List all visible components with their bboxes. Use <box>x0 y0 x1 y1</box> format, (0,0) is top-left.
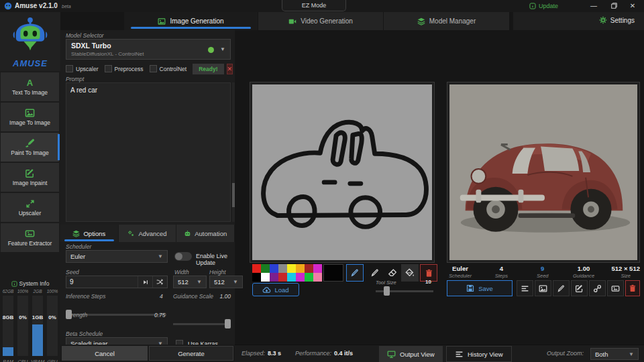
seed-shuffle-icon-button[interactable] <box>152 276 167 288</box>
tab-automation[interactable]: Automation <box>176 225 235 242</box>
sidebar-item-feature-extractor[interactable]: Feature Extractor <box>1 223 59 252</box>
output-details-button[interactable] <box>517 280 533 296</box>
palette-color-swatch[interactable] <box>305 273 313 282</box>
palette-color-swatch[interactable] <box>252 273 261 282</box>
options-tab-bar: Options Advanced Automation <box>60 225 235 242</box>
close-button[interactable]: ✕ <box>624 0 641 11</box>
tab-options[interactable]: Options <box>60 225 119 242</box>
live-update-label: Enable Live Update <box>196 253 235 266</box>
preprocess-checkbox[interactable] <box>105 65 112 72</box>
update-button[interactable]: Update <box>529 1 558 11</box>
palette-color-swatch[interactable] <box>278 273 287 282</box>
pen-tool-button[interactable] <box>346 264 364 282</box>
cloud-upload-icon <box>262 286 271 294</box>
prompt-input[interactable]: A red car <box>66 82 231 222</box>
paint-to-image-icon <box>25 138 35 148</box>
tab-advanced[interactable]: Advanced <box>119 225 177 242</box>
image-generation-icon <box>158 17 166 25</box>
history-list-icon <box>455 350 464 359</box>
unload-model-button[interactable]: ✕ <box>227 64 233 74</box>
tool-size-slider[interactable] <box>376 286 433 296</box>
palette-color-swatch[interactable] <box>278 264 287 273</box>
load-image-button[interactable]: Load <box>252 283 299 296</box>
tab-video-generation[interactable]: Video Generation <box>258 12 384 30</box>
cancel-button[interactable]: Cancel <box>62 346 148 361</box>
edit-icon <box>575 284 584 293</box>
generated-image[interactable] <box>449 84 637 260</box>
red-beetle-car-image <box>449 84 637 260</box>
fill-tool-button[interactable] <box>401 264 419 282</box>
settings-button[interactable]: Settings <box>599 16 635 24</box>
tab-image-generation[interactable]: Image Generation <box>124 12 258 30</box>
strength-label: Strength <box>66 312 87 318</box>
upscaler-checkbox[interactable] <box>66 65 73 72</box>
sidebar-item-upscaler[interactable]: Upscaler <box>1 193 59 222</box>
width-dropdown[interactable]: 512▼ <box>173 276 207 288</box>
slider-thumb[interactable] <box>225 319 231 328</box>
current-color-swatch[interactable] <box>323 264 343 282</box>
height-dropdown[interactable]: 512▼ <box>209 276 243 288</box>
palette-color-swatch[interactable] <box>287 273 296 282</box>
sidebar-item-text-to-image[interactable]: A Text To Image <box>1 72 59 101</box>
tab-model-manager[interactable]: Model Manager <box>384 12 510 30</box>
system-info-icon <box>11 281 17 287</box>
car-sketch-drawing <box>252 84 432 260</box>
ready-button[interactable]: Ready! <box>193 64 223 74</box>
seed-input[interactable] <box>66 278 138 286</box>
save-button[interactable]: Save <box>447 280 513 296</box>
sidebar-item-paint-to-image[interactable]: Paint To Image <box>1 133 59 162</box>
palette-color-swatch[interactable] <box>313 273 322 282</box>
minimize-button[interactable]: — <box>585 0 602 11</box>
output-view-button[interactable]: Output View <box>379 346 443 362</box>
controlnet-checkbox[interactable] <box>150 65 157 72</box>
history-view-button[interactable]: History View <box>446 346 512 362</box>
guidance-scale-value: 1.00 <box>219 293 231 300</box>
tab-label: Advanced <box>138 230 166 237</box>
palette-color-swatch[interactable] <box>296 273 305 282</box>
palette-color-swatch[interactable] <box>261 273 270 282</box>
generate-button[interactable]: Generate <box>149 346 233 361</box>
guidance-scale-slider[interactable] <box>173 319 231 328</box>
output-zoom-label: Output Zoom: <box>547 350 584 357</box>
palette-color-swatch[interactable] <box>287 264 296 273</box>
output-view-label: Output View <box>400 351 435 358</box>
meter-track <box>3 296 13 356</box>
paint-canvas[interactable] <box>252 84 432 260</box>
output-zoom-dropdown[interactable]: Both ▼ <box>590 348 639 360</box>
ez-mode-button[interactable]: EZ Mode <box>282 0 346 11</box>
statusbar: Elapsed:8.3 s Performance:0.4 it/s Outpu… <box>235 345 644 362</box>
seed-last-icon-button[interactable] <box>138 276 152 288</box>
amuse-app-window: Amuse v2.1.0 beta EZ Mode Update — ✕ Set… <box>0 0 644 362</box>
send-to-feature-extractor-button[interactable] <box>607 280 624 296</box>
video-generation-icon <box>288 17 297 25</box>
seed-field-group <box>66 276 168 288</box>
live-update-toggle[interactable] <box>174 252 192 261</box>
scheduler-dropdown[interactable]: Euler ▼ <box>66 250 168 263</box>
palette-color-swatch[interactable] <box>252 264 261 273</box>
delete-output-button[interactable] <box>625 280 640 296</box>
palette-color-swatch[interactable] <box>270 264 278 273</box>
send-to-inpaint-button[interactable] <box>571 280 588 296</box>
panel-scrollbar[interactable] <box>232 82 235 222</box>
send-to-image-to-image-button[interactable] <box>535 280 551 296</box>
model-selector-dropdown[interactable]: SDXL Turbo StableDiffusionXL - ControlNe… <box>66 39 231 60</box>
stat-steps: 4Steps <box>488 265 515 279</box>
gear-icon <box>599 16 607 24</box>
sidebar-item-image-inpaint[interactable]: Image Inpaint <box>1 163 59 192</box>
slider-thumb[interactable] <box>384 286 390 296</box>
send-to-upscaler-button[interactable] <box>589 280 606 296</box>
palette-color-swatch[interactable] <box>296 264 305 273</box>
palette-color-swatch[interactable] <box>305 264 313 273</box>
settings-bar: Settings <box>513 12 644 30</box>
palette-color-swatch[interactable] <box>270 273 278 282</box>
palette-color-swatch[interactable] <box>261 264 270 273</box>
generation-panel: Model Selector SDXL Turbo StableDiffusio… <box>60 30 235 362</box>
scrollbar-handle[interactable] <box>232 183 235 207</box>
sidebar-item-label: Image To Image <box>9 119 50 126</box>
palette-color-swatch[interactable] <box>313 264 322 273</box>
send-to-paint-button[interactable] <box>553 280 570 296</box>
maximize-button[interactable] <box>605 0 623 11</box>
model-name: SDXL Turbo <box>71 42 111 50</box>
stat-scheduler: EulerScheduler <box>447 265 474 279</box>
sidebar-item-image-to-image[interactable]: Image To Image <box>1 103 59 131</box>
